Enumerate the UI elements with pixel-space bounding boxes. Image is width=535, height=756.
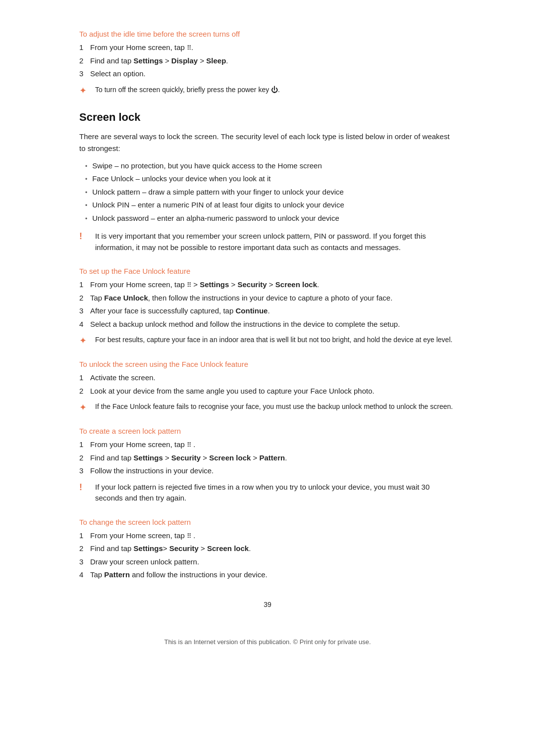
create-step-2: 2 Find and tap Settings > Security > Scr…: [79, 453, 456, 464]
bullet-pin: Unlock PIN – enter a numeric PIN of at l…: [85, 200, 456, 211]
bullet-face-unlock: Face Unlock – unlocks your device when y…: [85, 173, 456, 185]
face-unlock-setup-section: To set up the Face Unlock feature 1 From…: [79, 267, 456, 346]
idle-time-steps: 1 From your Home screen, tap ⠿. 2 Find a…: [79, 42, 456, 80]
page-footer: This is an Internet version of this publ…: [79, 638, 456, 646]
bullet-swipe: Swipe – no protection, but you have quic…: [85, 160, 456, 172]
bullet-pattern: Unlock pattern – draw a simple pattern w…: [85, 187, 456, 198]
change-step-1: 1 From your Home screen, tap ⠿ .: [79, 530, 456, 542]
bullet-password: Unlock password – enter an alpha-numeric…: [85, 213, 456, 224]
face-unlock-use-tip: ✦ If the Face Unlock feature fails to re…: [79, 402, 456, 413]
face-use-step-1: 1 Activate the screen.: [79, 372, 456, 384]
face-unlock-setup-tip: ✦ For best results, capture your face in…: [79, 335, 456, 346]
screen-lock-intro: There are several ways to lock the scree…: [79, 131, 456, 154]
screen-lock-warning: ! It is very important that you remember…: [79, 231, 456, 253]
idle-step-3: 3 Select an option.: [79, 68, 456, 80]
idle-time-tip: ✦ To turn off the screen quickly, briefl…: [79, 85, 456, 96]
create-step-3: 3 Follow the instructions in your device…: [79, 465, 456, 477]
screen-lock-section: Screen lock There are several ways to lo…: [79, 111, 456, 253]
face-unlock-use-section: To unlock the screen using the Face Unlo…: [79, 360, 456, 413]
warning-icon-pattern: !: [79, 482, 90, 493]
grid-icon: ⠿: [187, 532, 191, 540]
grid-icon: ⠿: [187, 44, 191, 51]
change-step-2: 2 Find and tap Settings> Security > Scre…: [79, 543, 456, 554]
face-setup-step-2: 2 Tap Face Unlock, then follow the instr…: [79, 293, 456, 304]
face-unlock-setup-heading: To set up the Face Unlock feature: [79, 267, 456, 275]
create-pattern-warning: ! If your lock pattern is rejected five …: [79, 482, 456, 504]
warning-icon: !: [79, 231, 90, 242]
grid-icon: ⠿: [187, 441, 191, 449]
change-step-4: 4 Tap Pattern and follow the instruction…: [79, 569, 456, 581]
screen-lock-bullets: Swipe – no protection, but you have quic…: [79, 160, 456, 224]
face-unlock-use-heading: To unlock the screen using the Face Unlo…: [79, 360, 456, 368]
idle-time-heading: To adjust the idle time before the scree…: [79, 30, 456, 38]
idle-step-2: 2 Find and tap Settings > Display > Slee…: [79, 55, 456, 67]
create-pattern-section: To create a screen lock pattern 1 From y…: [79, 427, 456, 504]
change-pattern-steps: 1 From your Home screen, tap ⠿ . 2 Find …: [79, 530, 456, 581]
face-setup-step-3: 3 After your face is successfully captur…: [79, 305, 456, 317]
tip-icon-use: ✦: [79, 402, 90, 413]
grid-icon: ⠿: [187, 281, 191, 289]
page-number: 39: [79, 601, 456, 608]
idle-time-section: To adjust the idle time before the scree…: [79, 30, 456, 96]
change-step-3: 3 Draw your screen unlock pattern.: [79, 556, 456, 568]
face-use-step-2: 2 Look at your device from the same angl…: [79, 386, 456, 397]
face-setup-step-4: 4 Select a backup unlock method and foll…: [79, 319, 456, 330]
create-pattern-steps: 1 From your Home screen, tap ⠿ . 2 Find …: [79, 439, 456, 477]
create-step-1: 1 From your Home screen, tap ⠿ .: [79, 439, 456, 451]
face-setup-step-1: 1 From your Home screen, tap ⠿ > Setting…: [79, 279, 456, 291]
face-unlock-setup-steps: 1 From your Home screen, tap ⠿ > Setting…: [79, 279, 456, 330]
idle-step-1: 1 From your Home screen, tap ⠿.: [79, 42, 456, 53]
tip-icon: ✦: [79, 85, 90, 96]
change-pattern-heading: To change the screen lock pattern: [79, 518, 456, 526]
create-pattern-heading: To create a screen lock pattern: [79, 427, 456, 435]
face-unlock-use-steps: 1 Activate the screen. 2 Look at your de…: [79, 372, 456, 397]
tip-icon-face: ✦: [79, 335, 90, 346]
change-pattern-section: To change the screen lock pattern 1 From…: [79, 518, 456, 581]
screen-lock-title: Screen lock: [79, 111, 456, 124]
